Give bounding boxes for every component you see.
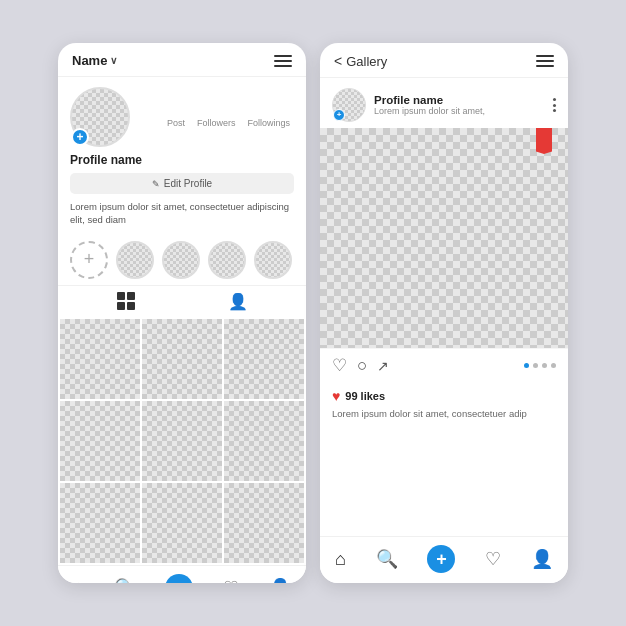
right-profile-info: Profile name Lorem ipsum dolor sit amet, (374, 94, 545, 116)
spacer (320, 424, 568, 536)
stat-post: Post (167, 106, 185, 128)
likes-count: 99 likes (345, 390, 385, 402)
edit-profile-label: Edit Profile (164, 178, 212, 189)
comment-icon[interactable]: ○ (357, 356, 367, 376)
photo-cell-1[interactable] (60, 319, 140, 399)
dot-4 (551, 363, 556, 368)
stat-post-label: Post (167, 118, 185, 128)
story-circle-2[interactable] (162, 241, 200, 279)
photo-cell-9[interactable] (224, 483, 304, 563)
story-circle-3[interactable] (208, 241, 246, 279)
phones-container: Name ∨ + Post (58, 43, 568, 583)
story-circle-4[interactable] (254, 241, 292, 279)
right-nav-home-icon[interactable]: ⌂ (335, 549, 346, 570)
left-top-bar: Name ∨ (58, 43, 306, 77)
photo-cell-4[interactable] (60, 401, 140, 481)
bookmark-icon[interactable] (536, 128, 552, 154)
avatar-add-icon[interactable]: + (71, 128, 89, 146)
stats-row: Post Followers Followings (130, 106, 294, 128)
photo-cell-6[interactable] (224, 401, 304, 481)
story-row: + (58, 233, 306, 285)
dot-1 (524, 363, 529, 368)
right-nav-add-button[interactable]: + (427, 545, 455, 573)
nav-home-icon[interactable]: ⌂ (73, 577, 84, 583)
back-button[interactable]: < Gallery (334, 53, 387, 69)
right-nav-person-icon[interactable]: 👤 (531, 548, 553, 570)
likes-caption: Lorem ipsum dolor sit amet, consectetuer… (332, 407, 556, 420)
photo-cell-8[interactable] (142, 483, 222, 563)
nav-add-button[interactable]: + (165, 574, 193, 583)
stat-post-num (167, 106, 185, 118)
profile-bio: Lorem ipsum dolor sit amet, consectetuer… (70, 200, 294, 227)
stat-followings-label: Followings (247, 118, 290, 128)
likes-section: ♥ 99 likes Lorem ipsum dolor sit amet, c… (320, 382, 568, 424)
share-icon[interactable]: ↗ (377, 358, 389, 374)
stat-followers-num (197, 106, 236, 118)
right-title-text: Gallery (346, 54, 387, 69)
nav-person-icon[interactable]: 👤 (269, 577, 291, 583)
stat-followers-label: Followers (197, 118, 236, 128)
stat-followings-num (247, 106, 290, 118)
edit-profile-button[interactable]: ✎ Edit Profile (70, 173, 294, 194)
view-toggle: 👤 (58, 285, 306, 317)
grid-view-icon[interactable] (117, 292, 135, 310)
right-avatar: + (332, 88, 366, 122)
left-title-group[interactable]: Name ∨ (72, 53, 117, 68)
left-phone: Name ∨ + Post (58, 43, 306, 583)
left-profile-section: + Post Followers Followings (58, 77, 306, 233)
right-profile-name: Profile name (374, 94, 545, 106)
right-bottom-nav: ⌂ 🔍 + ♡ 👤 (320, 536, 568, 583)
left-hamburger-icon[interactable] (274, 55, 292, 67)
edit-pencil-icon: ✎ (152, 179, 160, 189)
avatar-wrap: + (70, 87, 130, 147)
right-top-bar: < Gallery (320, 43, 568, 78)
photo-cell-2[interactable] (142, 319, 222, 399)
right-hamburger-icon[interactable] (536, 55, 554, 67)
photo-cell-5[interactable] (142, 401, 222, 481)
like-icon[interactable]: ♡ (332, 355, 347, 376)
profile-name-text: Profile name (70, 153, 294, 167)
back-arrow-icon: < (334, 53, 342, 69)
left-title-text: Name (72, 53, 107, 68)
right-nav-heart-icon[interactable]: ♡ (485, 548, 501, 570)
story-circle-1[interactable] (116, 241, 154, 279)
stat-followers: Followers (197, 106, 236, 128)
filled-heart-icon: ♥ (332, 388, 340, 404)
chevron-down-icon: ∨ (110, 55, 117, 66)
right-profile-row: + Profile name Lorem ipsum dolor sit ame… (320, 78, 568, 128)
right-phone: < Gallery + Profile name Lorem ipsum dol… (320, 43, 568, 583)
nav-heart-icon[interactable]: ♡ (223, 577, 239, 583)
action-row: ♡ ○ ↗ (320, 348, 568, 382)
stat-followings: Followings (247, 106, 290, 128)
more-options-icon[interactable] (553, 98, 556, 112)
post-image (320, 128, 568, 348)
carousel-dots (524, 363, 556, 368)
right-nav-search-icon[interactable]: 🔍 (376, 548, 398, 570)
right-avatar-add-icon[interactable]: + (333, 109, 345, 121)
left-bottom-nav: ⌂ 🔍 + ♡ 👤 (58, 565, 306, 583)
photo-cell-7[interactable] (60, 483, 140, 563)
dot-3 (542, 363, 547, 368)
likes-row: ♥ 99 likes (332, 388, 556, 404)
profile-top-row: + Post Followers Followings (70, 87, 294, 147)
story-add-button[interactable]: + (70, 241, 108, 279)
photo-grid (58, 317, 306, 565)
photo-cell-3[interactable] (224, 319, 304, 399)
nav-search-icon[interactable]: 🔍 (114, 577, 136, 583)
right-profile-subtitle: Lorem ipsum dolor sit amet, (374, 106, 545, 116)
dot-2 (533, 363, 538, 368)
tagged-view-icon[interactable]: 👤 (228, 292, 248, 311)
